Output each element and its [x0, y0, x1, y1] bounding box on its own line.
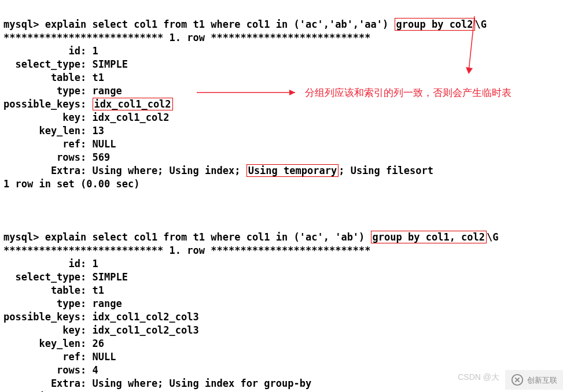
field-label-type: type:: [3, 85, 93, 97]
possible-keys-highlight: idx_col1_col2: [93, 98, 173, 110]
field-label-extra: Extra:: [3, 378, 93, 389]
field-label-key-len: key_len:: [3, 338, 93, 349]
csdn-watermark: CSDN @大: [458, 371, 499, 384]
field-value: NULL: [93, 351, 116, 363]
row-separator: *************************** 1. row *****…: [3, 245, 371, 256]
sql-text: explain select col1 from t1 where col1 i…: [45, 19, 395, 30]
field-value: SIMPLE: [93, 58, 128, 70]
field-value: 1: [93, 45, 98, 57]
field-label-id: id:: [3, 258, 93, 269]
terminal-output: mysql> explain select col1 from t1 where…: [3, 5, 499, 392]
field-value: Using where; Using index;: [93, 165, 246, 176]
field-value: 26: [93, 338, 104, 349]
field-label-ref: ref:: [3, 138, 93, 150]
field-value: 13: [93, 125, 104, 136]
field-value: 1: [93, 258, 98, 269]
field-value: range: [93, 298, 122, 309]
row-separator: *************************** 1. row *****…: [3, 32, 371, 43]
field-value: idx_col1_col2_col3: [93, 324, 199, 336]
field-label-table: table:: [3, 284, 93, 296]
field-label-rows: rows:: [3, 151, 93, 163]
sql-text: explain select col1 from t1 where col1 i…: [45, 231, 371, 243]
field-value: NULL: [93, 138, 116, 150]
sql-terminator: \G: [475, 19, 487, 30]
field-value: 4: [93, 364, 98, 376]
field-label-possible-keys: possible_keys:: [3, 311, 93, 323]
field-value: Using where; Using index for group-by: [93, 378, 312, 389]
field-label-select-type: select_type:: [3, 271, 93, 283]
field-label-key: key:: [3, 324, 93, 336]
field-label-type: type:: [3, 298, 93, 309]
field-value: idx_col1_col2: [93, 112, 170, 123]
field-value: 569: [93, 151, 111, 163]
group-by-clause-highlight: group by col2: [395, 18, 475, 31]
field-label-id: id:: [3, 45, 93, 57]
brand-logo: 创新互联: [505, 370, 563, 390]
field-value: t1: [93, 72, 104, 83]
sql-terminator: \G: [487, 231, 498, 243]
field-label-key-len: key_len:: [3, 125, 93, 136]
field-value: idx_col1_col2_col3: [93, 311, 199, 323]
timing-info: 1 row in set (0.00 sec): [3, 178, 139, 190]
field-label-rows: rows:: [3, 364, 93, 376]
field-value: SIMPLE: [93, 271, 128, 283]
brand-logo-icon: [511, 373, 524, 386]
field-label-key: key:: [3, 112, 93, 123]
field-label-table: table:: [3, 72, 93, 83]
field-value: t1: [93, 284, 104, 296]
using-temporary-highlight: Using temporary: [246, 164, 339, 177]
brand-logo-text: 创新互联: [527, 373, 557, 387]
field-value: ; Using filesort: [338, 165, 433, 176]
field-label-select-type: select_type:: [3, 58, 93, 70]
group-by-clause-highlight: group by col1, col2: [371, 231, 487, 243]
field-label-ref: ref:: [3, 351, 93, 363]
field-label-possible-keys: possible_keys:: [3, 98, 93, 110]
field-value: range: [93, 85, 122, 97]
field-label-extra: Extra:: [3, 165, 93, 176]
annotation-text: 分组列应该和索引的列一致，否则会产生临时表: [305, 86, 512, 99]
mysql-prompt: mysql>: [3, 19, 45, 30]
mysql-prompt: mysql>: [3, 231, 45, 243]
